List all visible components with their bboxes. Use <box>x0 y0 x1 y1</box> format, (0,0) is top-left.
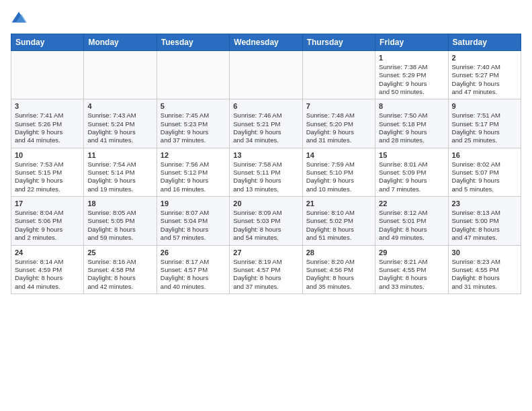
day-info-line: and 2 minutes. <box>15 234 80 242</box>
day-number: 7 <box>306 102 371 110</box>
day-number: 19 <box>161 199 226 208</box>
day-info-line: Sunrise: 8:23 AM <box>452 258 517 266</box>
calendar-cell: 28Sunrise: 8:20 AMSunset: 4:56 PMDayligh… <box>302 245 375 293</box>
day-info-line: and 34 minutes. <box>233 136 298 144</box>
calendar-cell: 27Sunrise: 8:19 AMSunset: 4:57 PMDayligh… <box>230 245 302 293</box>
day-info-line: Daylight: 8 hours <box>379 226 444 234</box>
logo <box>11 11 30 27</box>
day-number: 2 <box>452 54 517 62</box>
day-info-line: Sunset: 5:10 PM <box>306 169 371 177</box>
day-number: 14 <box>306 151 371 159</box>
day-info-line: Daylight: 8 hours <box>161 274 226 282</box>
day-info-line: Daylight: 8 hours <box>452 226 517 234</box>
day-number: 25 <box>87 248 152 257</box>
day-info-line: and 42 minutes. <box>87 283 152 291</box>
calendar-cell: 8Sunrise: 7:50 AMSunset: 5:18 PMDaylight… <box>375 99 448 148</box>
day-info-line: Sunrise: 7:38 AM <box>379 63 444 71</box>
day-info-line: Daylight: 8 hours <box>161 226 226 234</box>
day-number: 6 <box>233 102 298 110</box>
day-info-line: Sunrise: 8:05 AM <box>87 209 152 217</box>
day-info-line: Sunrise: 8:10 AM <box>306 209 371 217</box>
day-info-line: Daylight: 9 hours <box>452 177 517 185</box>
logo-icon <box>11 11 27 27</box>
day-info-line: Sunrise: 7:43 AM <box>87 111 152 120</box>
day-info-line: Daylight: 9 hours <box>233 177 298 185</box>
day-number: 10 <box>15 151 80 159</box>
header <box>11 11 521 27</box>
calendar-week-row: 1Sunrise: 7:38 AMSunset: 5:29 PMDaylight… <box>11 51 521 99</box>
day-info-line: Daylight: 9 hours <box>306 177 371 185</box>
day-info-line: Sunrise: 7:59 AM <box>306 161 371 169</box>
day-info-line: Daylight: 9 hours <box>379 177 444 185</box>
day-info-line: and 33 minutes. <box>379 283 444 291</box>
day-info-line: Daylight: 9 hours <box>15 177 80 185</box>
day-info-line: and 59 minutes. <box>87 234 152 242</box>
day-number: 9 <box>452 102 517 110</box>
calendar-header-row: SundayMondayTuesdayWednesdayThursdayFrid… <box>11 34 521 51</box>
day-info-line: Daylight: 9 hours <box>87 177 152 185</box>
calendar-cell: 1Sunrise: 7:38 AMSunset: 5:29 PMDaylight… <box>375 51 448 99</box>
calendar-week-row: 10Sunrise: 7:53 AMSunset: 5:15 PMDayligh… <box>11 148 521 196</box>
day-info-line: Sunrise: 8:07 AM <box>161 209 226 217</box>
day-number: 4 <box>87 102 152 110</box>
day-info-line: and 13 minutes. <box>233 185 298 193</box>
day-info-line: Sunrise: 8:02 AM <box>452 161 517 169</box>
calendar-cell: 3Sunrise: 7:41 AMSunset: 5:26 PMDaylight… <box>11 99 84 148</box>
day-header-thursday: Thursday <box>302 34 375 51</box>
day-number: 27 <box>233 248 298 257</box>
day-info-line: Sunrise: 8:01 AM <box>379 161 444 169</box>
day-header-saturday: Saturday <box>448 34 521 51</box>
day-info-line: and 47 minutes. <box>452 234 517 242</box>
calendar-cell <box>84 51 157 99</box>
day-info-line: Sunset: 5:26 PM <box>15 120 80 128</box>
day-info-line: and 16 minutes. <box>161 185 226 193</box>
day-number: 29 <box>379 248 444 257</box>
day-info-line: Sunset: 4:56 PM <box>306 266 371 274</box>
day-info-line: Daylight: 9 hours <box>379 128 444 136</box>
day-info-line: and 28 minutes. <box>379 136 444 144</box>
day-info-line: Sunrise: 8:12 AM <box>379 209 444 217</box>
day-info-line: Sunset: 5:18 PM <box>379 120 444 128</box>
day-info-line: Sunrise: 7:53 AM <box>15 161 80 169</box>
day-info-line: Sunset: 4:55 PM <box>452 266 517 274</box>
day-info-line: and 10 minutes. <box>306 185 371 193</box>
day-info-line: Daylight: 9 hours <box>452 128 517 136</box>
calendar-cell <box>157 51 229 99</box>
calendar-cell: 30Sunrise: 8:23 AMSunset: 4:55 PMDayligh… <box>448 245 521 293</box>
day-info-line: and 41 minutes. <box>87 136 152 144</box>
day-info-line: Sunset: 5:04 PM <box>161 217 226 225</box>
day-info-line: Sunset: 5:11 PM <box>233 169 298 177</box>
calendar-cell: 19Sunrise: 8:07 AMSunset: 5:04 PMDayligh… <box>157 197 229 245</box>
day-info-line: Sunset: 5:12 PM <box>161 169 226 177</box>
day-number: 13 <box>233 151 298 159</box>
day-info-line: Sunset: 5:17 PM <box>452 120 517 128</box>
day-info-line: Sunset: 5:01 PM <box>379 217 444 225</box>
calendar-cell: 4Sunrise: 7:43 AMSunset: 5:24 PMDaylight… <box>84 99 157 148</box>
day-number: 1 <box>379 54 444 62</box>
day-number: 11 <box>87 151 152 159</box>
day-info-line: Daylight: 8 hours <box>87 226 152 234</box>
day-info-line: Sunset: 4:57 PM <box>161 266 226 274</box>
calendar-cell: 2Sunrise: 7:40 AMSunset: 5:27 PMDaylight… <box>448 51 521 99</box>
day-header-sunday: Sunday <box>11 34 84 51</box>
page: SundayMondayTuesdayWednesdayThursdayFrid… <box>0 0 532 411</box>
day-info-line: Daylight: 9 hours <box>233 128 298 136</box>
day-info-line: Sunrise: 8:04 AM <box>15 209 80 217</box>
day-info-line: and 31 minutes. <box>306 136 371 144</box>
day-info-line: and 37 minutes. <box>161 136 226 144</box>
day-info-line: Sunset: 5:02 PM <box>306 217 371 225</box>
day-number: 23 <box>452 199 517 208</box>
day-info-line: Sunset: 4:58 PM <box>87 266 152 274</box>
day-info-line: Sunset: 5:06 PM <box>15 217 80 225</box>
calendar-cell: 5Sunrise: 7:45 AMSunset: 5:23 PMDaylight… <box>157 99 229 148</box>
day-info-line: Sunset: 5:21 PM <box>233 120 298 128</box>
calendar-cell: 15Sunrise: 8:01 AMSunset: 5:09 PMDayligh… <box>375 148 448 196</box>
day-info-line: Sunrise: 7:51 AM <box>452 111 517 120</box>
calendar-cell: 10Sunrise: 7:53 AMSunset: 5:15 PMDayligh… <box>11 148 84 196</box>
day-info-line: and 40 minutes. <box>161 283 226 291</box>
day-info-line: Sunrise: 8:17 AM <box>161 258 226 266</box>
day-number: 26 <box>161 248 226 257</box>
day-info-line: Sunset: 5:05 PM <box>87 217 152 225</box>
day-info-line: and 19 minutes. <box>87 185 152 193</box>
calendar-cell: 21Sunrise: 8:10 AMSunset: 5:02 PMDayligh… <box>302 197 375 245</box>
